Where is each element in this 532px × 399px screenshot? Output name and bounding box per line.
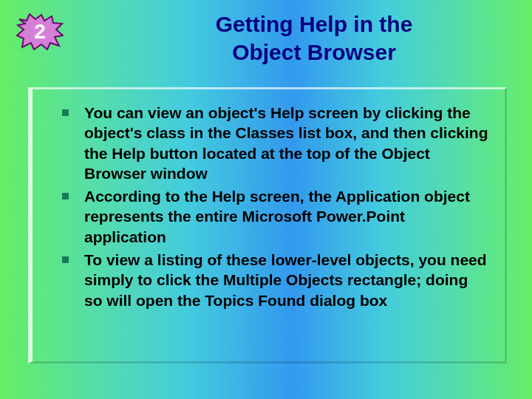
body-panel: You can view an object's Help screen by … [28, 87, 507, 364]
list-item: You can view an object's Help screen by … [55, 103, 488, 183]
slide-number-badge: 2 [16, 13, 64, 50]
slide-title: Getting Help in the Object Browser [126, 10, 502, 66]
list-item: According to the Help screen, the Applic… [55, 186, 488, 247]
slide-number: 2 [16, 13, 64, 50]
title-line-1: Getting Help in the [216, 12, 413, 36]
bullet-text: You can view an object's Help screen by … [84, 104, 488, 182]
bullet-text: According to the Help screen, the Applic… [84, 188, 470, 245]
bullet-text: To view a listing of these lower-level o… [84, 251, 487, 309]
title-line-2: Object Browser [232, 40, 396, 64]
square-bullet-icon [62, 256, 69, 263]
list-item: To view a listing of these lower-level o… [55, 250, 488, 310]
square-bullet-icon [62, 109, 69, 116]
square-bullet-icon [62, 193, 69, 200]
bullet-list: You can view an object's Help screen by … [55, 103, 488, 310]
